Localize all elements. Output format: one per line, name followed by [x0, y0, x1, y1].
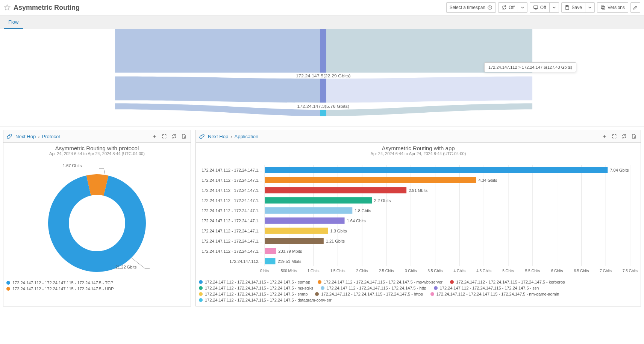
crumb-nexthop[interactable]: Next Hop [208, 134, 228, 139]
tvmode-button[interactable]: Off [530, 2, 550, 13]
x-tick-label: 2.5 Gbits [379, 269, 394, 273]
panel-add-button[interactable] [601, 133, 608, 140]
x-tick-label: 4 Gbits [454, 269, 466, 273]
app-chart-subtitle: Apr 24, 2024 6:44 to Apr 24, 2024 8:44 (… [199, 151, 638, 156]
autorefresh-button[interactable]: Off [498, 2, 518, 13]
legend-label: 172.24.147.112 - 172.24.147.115 - 172.24… [327, 286, 426, 290]
sankey-chart[interactable]: 172.24.147.5(22.29 Gbits) 172.24.147.3(5… [0, 29, 644, 127]
bar-value-label: 219.51 Mbits [277, 259, 301, 264]
panel-refresh-button[interactable] [620, 133, 628, 140]
save-button[interactable]: Save [561, 2, 585, 13]
y-tick-label: 172.24.147.112 - 172.24.147.1... [202, 239, 262, 243]
svg-rect-2 [534, 6, 538, 8]
legend-item[interactable]: 172.24.147.112 - 172.24.147.115 - 172.24… [315, 292, 423, 296]
bar-value-label: 1.8 Gbits [355, 208, 371, 213]
svg-rect-4 [602, 7, 605, 9]
legend-item[interactable]: 172.24.147.112 - 172.24.147.115 - 172.24… [199, 292, 308, 296]
bar[interactable] [265, 228, 328, 234]
legend-label: 172.24.147.112 - 172.24.147.115 - 172.24… [12, 281, 113, 285]
panel-expand-button[interactable] [161, 133, 168, 140]
save-label: Save [572, 5, 582, 10]
protocol-chart-subtitle: Apr 24, 2024 6:44 to Apr 24, 2024 8:44 (… [6, 151, 188, 156]
panel-export-button[interactable] [630, 133, 638, 140]
x-tick-label: 1 Gbits [308, 269, 320, 273]
x-tick-label: 3.5 Gbits [428, 269, 443, 273]
timespan-label: Select a timespan [450, 5, 485, 10]
tab-flow[interactable]: Flow [4, 15, 23, 29]
autorefresh-label: Off [509, 5, 515, 10]
crumb-protocol[interactable]: Protocol [42, 134, 60, 139]
versions-button[interactable]: Versions [597, 2, 628, 13]
x-tick-label: 6.5 Gbits [574, 269, 589, 273]
x-tick-label: 0 bits [260, 269, 269, 273]
bar[interactable] [265, 248, 276, 254]
swatch-icon [430, 292, 434, 296]
bar[interactable] [265, 187, 406, 193]
protocol-chart-title: Asymmetric Routing with protocol [6, 145, 188, 151]
panel-add-button[interactable] [151, 133, 158, 140]
panel-expand-button[interactable] [611, 133, 618, 140]
crumb-nexthop[interactable]: Next Hop [15, 134, 36, 139]
crumb-application[interactable]: Application [235, 134, 259, 139]
svg-rect-5 [601, 6, 604, 8]
legend-label: 172.24.147.112 - 172.24.147.115 - 172.24… [456, 280, 565, 284]
swatch-icon [318, 280, 321, 284]
legend-item[interactable]: 172.24.147.112 - 172.24.147.115 - 172.24… [434, 286, 539, 290]
svg-rect-6 [320, 29, 326, 73]
page-title: Asymmetric Routing [14, 4, 80, 12]
edit-button[interactable] [630, 2, 640, 13]
tvmode-menu[interactable] [549, 2, 559, 13]
panel-head-protocol: Next Hop › Protocol [3, 130, 191, 143]
legend-item[interactable]: 172.24.147.112 - 172.24.147.115 - 172.24… [318, 280, 442, 284]
donut-label-udp: 1.67 Gbits [63, 163, 82, 168]
panels: Next Hop › Protocol Asymmetric Routing w… [0, 127, 644, 309]
copy-icon [600, 5, 606, 10]
autorefresh-menu[interactable] [518, 2, 527, 13]
panel-application: Next Hop › Application Asymmetric Routin… [195, 130, 641, 306]
bar[interactable] [265, 207, 352, 214]
panel-head-application: Next Hop › Application [196, 130, 641, 143]
svg-rect-7 [320, 78, 326, 103]
swatch-icon [199, 286, 203, 290]
versions-label: Versions [608, 5, 625, 10]
panel-export-button[interactable] [180, 133, 188, 140]
chevron-down-icon [587, 5, 592, 10]
bar[interactable] [265, 167, 608, 173]
bar[interactable] [265, 238, 324, 244]
legend-item[interactable]: 172.24.147.112 - 172.24.147.115 - 172.24… [430, 292, 559, 296]
panel-refresh-button[interactable] [170, 133, 178, 140]
chevron-down-icon [552, 5, 557, 10]
legend-label: 172.24.147.112 - 172.24.147.115 - 172.24… [321, 292, 423, 296]
legend-item[interactable]: 172.24.147.112 - 172.24.147.115 - 172.24… [199, 298, 332, 302]
bar[interactable] [265, 197, 372, 204]
legend-label: 172.24.147.112 - 172.24.147.115 - 172.24… [205, 286, 313, 290]
bar[interactable] [265, 217, 345, 224]
legend-item[interactable]: 172.24.147.112 - 172.24.147.115 - 172.24… [450, 280, 565, 284]
star-icon[interactable] [4, 4, 11, 11]
donut-label-tcp: 21.22 Gbits [115, 265, 136, 269]
y-tick-label: 172.24.147.112 - 172.24.147.1... [202, 229, 262, 233]
svg-marker-0 [5, 5, 10, 10]
chevron-down-icon [520, 5, 525, 10]
legend-item[interactable]: 172.24.147.112 - 172.24.147.115 - 172.24… [6, 280, 188, 286]
x-tick-label: 7.5 Gbits [623, 269, 638, 273]
legend-item[interactable]: 172.24.147.112 - 172.24.147.115 - 172.24… [321, 286, 426, 290]
legend-item[interactable]: 172.24.147.112 - 172.24.147.115 - 172.24… [199, 280, 310, 284]
legend-item[interactable]: 172.24.147.112 - 172.24.147.115 - 172.24… [6, 286, 188, 292]
save-icon [565, 5, 570, 10]
app-bar-chart[interactable]: 0 bits500 Mbits1 Gbits1.5 Gbits2 Gbits2.… [199, 157, 638, 278]
y-tick-label: 172.24.147.112 - 172.24.147.1... [202, 249, 262, 253]
swatch-icon [6, 287, 10, 291]
swatch-icon [6, 281, 10, 285]
edit-icon [633, 5, 638, 10]
save-menu[interactable] [585, 2, 595, 13]
tvmode-label: Off [540, 5, 546, 10]
bar[interactable] [265, 258, 275, 264]
legend-item[interactable]: 172.24.147.112 - 172.24.147.115 - 172.24… [199, 286, 313, 290]
timespan-button[interactable]: Select a timespan [446, 2, 496, 13]
protocol-donut[interactable]: 1.67 Gbits 21.22 Gbits [6, 157, 188, 278]
legend-label: 172.24.147.112 - 172.24.147.115 - 172.24… [205, 298, 332, 302]
y-tick-label: 172.24.147.112 - 172.24.147.1... [202, 198, 262, 203]
legend-label: 172.24.147.112 - 172.24.147.115 - 172.24… [440, 286, 539, 290]
bar[interactable] [265, 177, 476, 183]
